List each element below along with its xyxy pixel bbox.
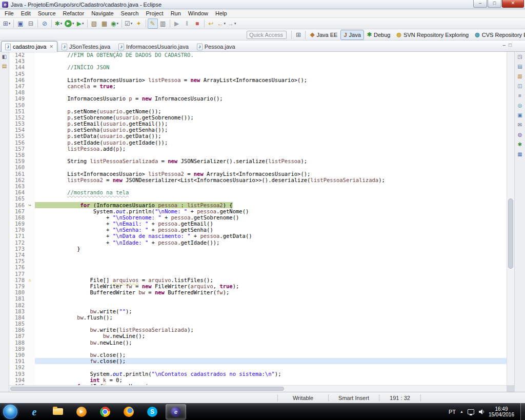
code-text[interactable]: for (InformacoesUsuario pessoa : listPes… [35,202,507,208]
mark-occurrences-button[interactable]: ✎ [148,18,158,29]
perspective-svn[interactable]: ◍SVN Repository Exploring [393,30,472,40]
code-area[interactable]: 142 //FIM DA OBTENÇÃO DE DADOS DO CADAST… [9,52,507,385]
code-text[interactable] [35,295,507,302]
skype-icon[interactable]: S [142,404,163,419]
tab-informacoesusuario-java[interactable]: JInformacoesUsuario.java [114,41,193,52]
menu-item-navigate[interactable]: Navigate [88,10,117,17]
line-number[interactable]: 172 [9,239,25,246]
line-number[interactable]: 188 [9,339,25,346]
new-java-project-button[interactable]: ▧ [89,18,99,29]
menu-item-edit[interactable]: Edit [17,10,34,17]
code-text[interactable]: p.setSenha(usuario.getSenha()); [35,127,507,133]
menu-item-help[interactable]: Help [212,10,231,17]
line-number[interactable]: 158 [9,152,25,158]
history-view-icon[interactable]: ◍ [516,131,524,138]
open-perspective-button[interactable]: ⊞ [293,30,304,40]
clock[interactable]: 16:49 15/04/2016 [489,406,514,417]
line-number[interactable]: 147 [9,83,25,89]
synchronize-view-icon[interactable]: ✱ [516,141,524,148]
perspective-java-ee[interactable]: ◆Java EE [307,30,340,40]
hidden-icons-chevron[interactable]: ▲ [460,410,463,413]
code-text[interactable]: File[] arquivos = arquivo.listFiles(); [35,277,507,283]
line-number[interactable]: 155 [9,133,25,139]
problems-view-icon[interactable]: ≡ [516,92,524,99]
code-text[interactable]: BufferedWriter bw = new BufferedWriter(f… [35,289,507,295]
line-number[interactable]: 149 [9,95,25,102]
code-text[interactable] [35,102,507,108]
code-text[interactable]: + "\nSenha: " + pessoa.getSenha() [35,227,507,233]
volume-icon[interactable] [478,409,484,415]
code-text[interactable] [35,164,507,170]
line-number[interactable]: 145 [9,71,25,77]
line-number[interactable]: 186 [9,327,25,333]
last-edit-location-button[interactable]: ↩ [206,18,216,29]
line-number[interactable]: 178 [9,277,25,283]
line-number[interactable]: 169 [9,221,25,227]
line-number[interactable]: 166 [9,202,25,208]
line-number[interactable]: 185 [9,321,25,327]
code-text[interactable]: int k = 0; [35,377,507,383]
forward-button[interactable]: →▾ [227,18,237,29]
line-number[interactable]: 165 [9,195,25,202]
print-button[interactable]: ⊟ [26,18,36,29]
code-text[interactable] [35,271,507,277]
package-explorer-icon[interactable]: ▤ [1,62,8,70]
line-number[interactable]: 142 [9,52,25,58]
code-text[interactable] [35,321,507,327]
code-text[interactable]: p.setNome(usuario.getNome()); [35,108,507,114]
perspective-cvs[interactable]: ◍CVS Repository Exploring [472,30,525,40]
external-tools-button[interactable]: ▶▾ [75,18,86,29]
outline-view-icon[interactable]: ▤ [516,63,524,70]
line-number[interactable]: 171 [9,233,25,239]
code-text[interactable] [35,71,507,77]
skip-breakpoints-button[interactable]: ⊘ [39,18,50,29]
code-text[interactable]: p.setEmail(usuario.getEmail()); [35,121,507,127]
chrome-icon[interactable] [95,404,115,419]
line-number[interactable]: 157 [9,146,25,152]
line-number[interactable]: 144 [9,64,25,70]
line-number[interactable]: 191 [9,358,25,364]
code-text[interactable]: + "\nData de nascimento: " + pessoa.getD… [35,233,507,239]
line-number[interactable]: 190 [9,352,25,358]
code-text[interactable] [35,58,507,64]
horizontal-scrollbar[interactable] [9,385,507,392]
minimize-window-button[interactable]: – [473,0,487,8]
code-text[interactable]: cancela = true; [35,83,507,89]
code-text[interactable]: + "\nSobrenome: " + pessoa.getSobrenome(… [35,214,507,221]
menu-item-run[interactable]: Run [167,10,185,17]
code-text[interactable]: //INÍCIO JSON [35,64,507,70]
code-text[interactable]: + "\nEmail: " + pessoa.getEmail() [35,221,507,227]
code-text[interactable] [35,364,507,370]
line-number[interactable]: 148 [9,89,25,95]
line-number[interactable]: 189 [9,346,25,352]
code-text[interactable] [35,183,507,189]
line-number[interactable]: 161 [9,171,25,177]
code-text[interactable]: //mostrando na tela [35,189,507,195]
code-text[interactable]: System.out.println("\nNome: " + pessoa.g… [35,208,507,214]
tab-pessoa-java[interactable]: JPessoa.java [193,41,239,52]
code-text[interactable]: p.setIdade(usuario.getIdade()); [35,139,507,146]
code-text[interactable]: bw.newLine(); [35,339,507,346]
code-text[interactable]: fw.close(); [35,358,507,364]
code-text[interactable]: String listPessoaSerializada = new JSONS… [35,158,507,164]
code-text[interactable] [35,302,507,308]
line-number[interactable]: 146 [9,77,25,83]
eclipse-taskbar-icon[interactable]: e [166,404,186,419]
suspend-button[interactable]: ‖ [182,18,192,29]
menu-item-refactor[interactable]: Refactor [59,10,88,17]
line-number[interactable]: 167 [9,208,25,214]
start-button[interactable] [3,405,17,419]
code-text[interactable]: bw.write(listPessoaSerializada); [35,327,507,333]
line-number[interactable]: 177 [9,271,25,277]
line-number[interactable]: 151 [9,108,25,114]
close-window-button[interactable]: ✕ [502,0,524,8]
resume-button[interactable]: ▶ [172,18,182,29]
language-indicator[interactable]: PT [449,409,456,415]
line-number[interactable]: 173 [9,246,25,252]
code-text[interactable]: System.out.println("\nContatos cadastrad… [35,371,507,377]
code-text[interactable]: List<InformacoesUsuario> listPessoa2 = n… [35,171,507,177]
line-number[interactable]: 156 [9,139,25,146]
media-player-icon[interactable]: ▶ [71,404,92,419]
menu-item-search[interactable]: Search [117,10,143,17]
restore-pane-icon[interactable]: ◳ [516,53,524,61]
